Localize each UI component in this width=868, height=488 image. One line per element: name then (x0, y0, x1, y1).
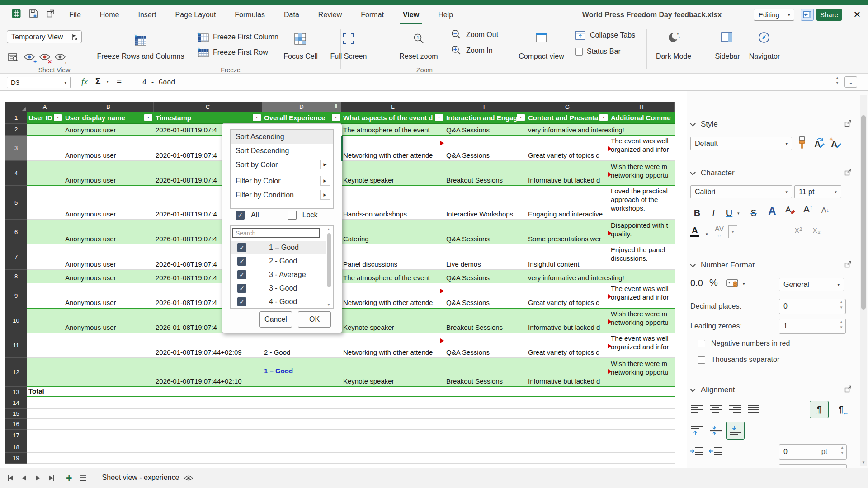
cell-E8[interactable]: The atmosphere of the event (341, 270, 444, 283)
sidebar-icon[interactable] (721, 32, 733, 44)
cell-E11[interactable]: Networking with other attende (341, 333, 444, 357)
row-header-2[interactable]: 2 (5, 124, 27, 136)
cell-H4[interactable]: Wish there were mnetworking opportu (609, 161, 675, 185)
row-header-3[interactable]: 3 (5, 136, 27, 161)
header-cell-B1[interactable]: User display name (63, 112, 154, 123)
column-header-C[interactable]: C (154, 102, 262, 112)
cell-D11[interactable]: 2 - Good (262, 333, 341, 357)
new-sheet-view-icon[interactable]: + (23, 51, 36, 65)
accounting-style-dropdown-icon[interactable]: ▾ (743, 282, 745, 286)
cell-B7[interactable]: Anonymous user (63, 244, 154, 269)
percent-style-button[interactable]: % (709, 277, 718, 288)
cell-reference-box[interactable]: D3 ▾ (7, 77, 71, 88)
tab-view[interactable]: View (393, 5, 429, 25)
underline-button[interactable]: U (723, 205, 736, 218)
cell-B9[interactable]: Anonymous user (63, 283, 154, 308)
cell-F6[interactable]: Q&A Sessions (444, 220, 526, 244)
column-header-B[interactable]: B (63, 102, 154, 112)
row-header-18[interactable]: 18 (5, 441, 27, 453)
increase-indent-button[interactable] (689, 444, 705, 459)
filter-button-col-D[interactable]: ▾ (332, 114, 340, 121)
row-header-14[interactable]: 14 (5, 397, 27, 409)
filter-value-item[interactable]: ✓4 - Good (231, 295, 326, 309)
row-header-16[interactable]: 16 (5, 419, 27, 430)
cell-H11[interactable]: The event was wellorganized and infor (609, 333, 675, 357)
ok-button[interactable]: OK (298, 311, 331, 328)
panel-scrollbar-thumb[interactable] (861, 115, 866, 310)
cell-E2[interactable]: The atmosphere of the event (341, 124, 444, 135)
sheet-view-manager-icon[interactable] (7, 51, 20, 65)
cell-F10[interactable]: Breakout Sessions (444, 309, 526, 333)
highlight-color-button[interactable]: A (764, 204, 780, 217)
cancel-button[interactable]: Cancel (259, 311, 292, 328)
row-header-13[interactable]: 13 (5, 387, 27, 397)
column-header-E[interactable]: E (341, 102, 444, 112)
filter-value-item[interactable]: ✓3 - Good (231, 282, 326, 295)
decrease-indent-button[interactable] (708, 444, 724, 459)
app-logo-icon[interactable] (11, 8, 22, 19)
reset-zoom-button[interactable]: Reset zoom (396, 52, 441, 61)
decimal-places-stepper[interactable]: 0 ▲▼ (779, 299, 846, 314)
first-sheet-icon[interactable] (4, 471, 17, 485)
rtl-direction-button[interactable]: ¶ ← (831, 401, 850, 418)
sidebar-button[interactable]: Sidebar (712, 52, 743, 61)
filter-value-item[interactable]: ✓2 - Good (231, 254, 326, 268)
collapse-panel-icon[interactable] (801, 9, 814, 21)
cell-D12[interactable]: 1 – Good (262, 358, 341, 386)
filter-value-item[interactable]: ✓1 – Good (231, 241, 326, 254)
close-icon[interactable]: ✕ (851, 8, 863, 21)
filter-button-col-G[interactable]: ▾ (599, 114, 608, 121)
tab-insert[interactable]: Insert (128, 5, 165, 25)
column-header-A[interactable]: A (27, 102, 63, 112)
cell-E9[interactable]: Networking with other attende (341, 283, 444, 308)
update-style-icon[interactable]: A (811, 136, 825, 151)
panel-scrollbar[interactable]: ▼ (860, 95, 867, 466)
cell-B3[interactable]: Anonymous user (63, 136, 154, 160)
close-sheet-view-icon[interactable]: ✕ (38, 51, 52, 65)
formula-bar-up-icon[interactable]: ▲ (835, 76, 839, 80)
sheet-list-icon[interactable]: ☰ (79, 473, 86, 483)
filter-value-item[interactable]: ✓3 - Average (231, 268, 326, 282)
cell-F2[interactable]: Q&A Sessions (444, 124, 526, 135)
character-advanced-icon[interactable] (844, 169, 852, 176)
column-header-F[interactable]: F (444, 102, 526, 112)
zoom-in-button[interactable]: Zoom In (451, 45, 493, 56)
thousands-separator-checkbox[interactable] (698, 356, 705, 364)
header-cell-C1[interactable]: Timestamp (154, 112, 262, 123)
sort-descending-item[interactable]: Sort Descending (231, 144, 333, 158)
freeze-rows-columns-button[interactable]: Freeze Rows and Columns (93, 52, 189, 61)
font-name-select[interactable]: Calibri▾ (690, 185, 792, 198)
cell-B5[interactable]: Anonymous user (63, 186, 154, 219)
filter-button-col-F[interactable]: ▾ (517, 114, 525, 121)
cell-G10[interactable]: Informative but lacked d (526, 309, 609, 333)
tab-home[interactable]: Home (90, 5, 129, 25)
print-external-icon[interactable] (45, 8, 56, 19)
cell-G4[interactable]: Informative but lacked d (526, 161, 609, 185)
number-format-advanced-icon[interactable] (844, 261, 852, 268)
number-format-select[interactable]: General▾ (779, 278, 844, 291)
formula-bar-down-icon[interactable]: ▼ (835, 81, 839, 85)
cell-F5[interactable]: Interactive Workshops (444, 186, 526, 219)
subscript-button[interactable]: X₂ (812, 226, 821, 235)
cell-G7[interactable]: Insightful content (526, 244, 609, 269)
tab-help[interactable]: Help (429, 5, 462, 25)
increment-font-size-button[interactable]: A↑ (803, 204, 813, 215)
filter-by-color-item[interactable]: Filter by Color ▶ (231, 174, 333, 188)
cell-C12[interactable]: 2026-01-08T19:07:44+02:10 (154, 358, 262, 386)
cell-G5[interactable]: Engaging and interactive (526, 186, 609, 219)
row-header-10[interactable]: 10 (5, 308, 27, 333)
row-resize-grip[interactable] (12, 157, 19, 159)
cell-H10[interactable]: Wish there were mnetworking opportu (609, 309, 675, 333)
compact-view-icon[interactable] (535, 32, 547, 45)
align-bottom-button[interactable] (726, 422, 745, 440)
cell-F7[interactable]: Live demos (444, 244, 526, 269)
formula-bar-collapse-icon[interactable]: ⌄ (844, 76, 857, 88)
submenu-arrow-icon[interactable]: ▶ (320, 190, 330, 200)
row-header-1[interactable]: 1 (5, 112, 27, 124)
alignment-section-chevron-icon[interactable] (690, 386, 696, 392)
style-section-chevron-icon[interactable] (690, 121, 696, 127)
font-size-select[interactable]: 11 pt▾ (794, 185, 841, 198)
align-justify-button[interactable] (745, 402, 762, 416)
clear-formatting-button[interactable]: A (785, 205, 791, 215)
character-section-chevron-icon[interactable] (690, 169, 696, 175)
